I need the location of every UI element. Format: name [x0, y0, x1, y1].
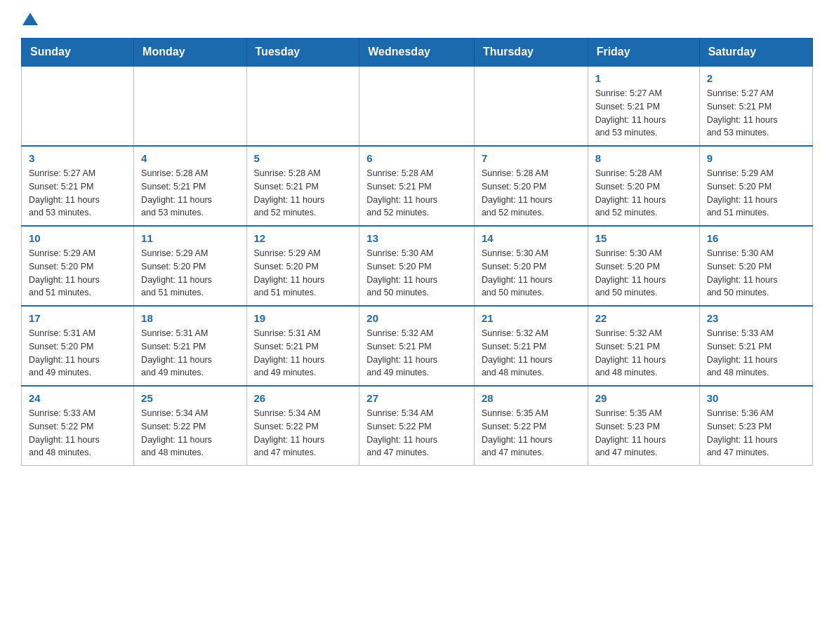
day-info: Sunrise: 5:30 AMSunset: 5:20 PMDaylight:… — [595, 247, 692, 300]
day-info: Sunrise: 5:32 AMSunset: 5:21 PMDaylight:… — [366, 327, 467, 380]
day-info: Sunrise: 5:31 AMSunset: 5:21 PMDaylight:… — [254, 327, 352, 380]
table-row: 22Sunrise: 5:32 AMSunset: 5:21 PMDayligh… — [588, 306, 699, 386]
day-number: 3 — [29, 152, 126, 164]
day-number: 25 — [141, 392, 239, 404]
day-info: Sunrise: 5:31 AMSunset: 5:21 PMDaylight:… — [141, 327, 239, 380]
day-info: Sunrise: 5:35 AMSunset: 5:23 PMDaylight:… — [595, 407, 692, 459]
day-info: Sunrise: 5:32 AMSunset: 5:21 PMDaylight:… — [595, 327, 692, 380]
day-info: Sunrise: 5:34 AMSunset: 5:22 PMDaylight:… — [254, 407, 352, 459]
header-wednesday: Wednesday — [359, 39, 475, 67]
day-number: 20 — [366, 312, 467, 324]
day-info: Sunrise: 5:27 AMSunset: 5:21 PMDaylight:… — [29, 167, 126, 220]
day-number: 11 — [141, 232, 239, 244]
day-info: Sunrise: 5:30 AMSunset: 5:20 PMDaylight:… — [366, 247, 467, 300]
table-row: 13Sunrise: 5:30 AMSunset: 5:20 PMDayligh… — [359, 226, 475, 306]
table-row: 25Sunrise: 5:34 AMSunset: 5:22 PMDayligh… — [134, 386, 246, 466]
table-row: 7Sunrise: 5:28 AMSunset: 5:20 PMDaylight… — [474, 146, 588, 226]
table-row — [22, 66, 134, 146]
day-info: Sunrise: 5:29 AMSunset: 5:20 PMDaylight:… — [29, 247, 126, 300]
page-header — [21, 14, 813, 24]
table-row — [359, 66, 475, 146]
day-info: Sunrise: 5:27 AMSunset: 5:21 PMDaylight:… — [595, 87, 692, 140]
table-row: 9Sunrise: 5:29 AMSunset: 5:20 PMDaylight… — [699, 146, 812, 226]
day-number: 30 — [707, 392, 805, 404]
table-row: 24Sunrise: 5:33 AMSunset: 5:22 PMDayligh… — [22, 386, 134, 466]
day-info: Sunrise: 5:30 AMSunset: 5:20 PMDaylight:… — [707, 247, 805, 300]
table-row: 6Sunrise: 5:28 AMSunset: 5:21 PMDaylight… — [359, 146, 475, 226]
table-row: 23Sunrise: 5:33 AMSunset: 5:21 PMDayligh… — [699, 306, 812, 386]
day-info: Sunrise: 5:29 AMSunset: 5:20 PMDaylight:… — [707, 167, 805, 220]
day-number: 4 — [141, 152, 239, 164]
day-info: Sunrise: 5:28 AMSunset: 5:21 PMDaylight:… — [254, 167, 352, 220]
header-friday: Friday — [588, 39, 699, 67]
day-number: 10 — [29, 232, 126, 244]
table-row — [134, 66, 246, 146]
weekday-header-row: Sunday Monday Tuesday Wednesday Thursday… — [22, 39, 813, 67]
day-info: Sunrise: 5:34 AMSunset: 5:22 PMDaylight:… — [366, 407, 467, 459]
day-number: 21 — [482, 312, 581, 324]
day-number: 15 — [595, 232, 692, 244]
day-number: 13 — [366, 232, 467, 244]
table-row: 8Sunrise: 5:28 AMSunset: 5:20 PMDaylight… — [588, 146, 699, 226]
table-row: 10Sunrise: 5:29 AMSunset: 5:20 PMDayligh… — [22, 226, 134, 306]
table-row: 3Sunrise: 5:27 AMSunset: 5:21 PMDaylight… — [22, 146, 134, 226]
table-row — [474, 66, 588, 146]
day-number: 28 — [482, 392, 581, 404]
week-row-3: 10Sunrise: 5:29 AMSunset: 5:20 PMDayligh… — [22, 226, 813, 306]
day-info: Sunrise: 5:29 AMSunset: 5:20 PMDaylight:… — [141, 247, 239, 300]
table-row: 18Sunrise: 5:31 AMSunset: 5:21 PMDayligh… — [134, 306, 246, 386]
week-row-1: 1Sunrise: 5:27 AMSunset: 5:21 PMDaylight… — [22, 66, 813, 146]
day-info: Sunrise: 5:28 AMSunset: 5:21 PMDaylight:… — [141, 167, 239, 220]
day-info: Sunrise: 5:33 AMSunset: 5:22 PMDaylight:… — [29, 407, 126, 459]
table-row: 2Sunrise: 5:27 AMSunset: 5:21 PMDaylight… — [699, 66, 812, 146]
week-row-2: 3Sunrise: 5:27 AMSunset: 5:21 PMDaylight… — [22, 146, 813, 226]
day-number: 2 — [707, 72, 805, 84]
table-row: 30Sunrise: 5:36 AMSunset: 5:23 PMDayligh… — [699, 386, 812, 466]
day-info: Sunrise: 5:27 AMSunset: 5:21 PMDaylight:… — [707, 87, 805, 140]
day-number: 9 — [707, 152, 805, 164]
day-info: Sunrise: 5:28 AMSunset: 5:20 PMDaylight:… — [595, 167, 692, 220]
day-number: 29 — [595, 392, 692, 404]
table-row: 20Sunrise: 5:32 AMSunset: 5:21 PMDayligh… — [359, 306, 475, 386]
day-info: Sunrise: 5:31 AMSunset: 5:20 PMDaylight:… — [29, 327, 126, 380]
day-number: 22 — [595, 312, 692, 324]
table-row: 5Sunrise: 5:28 AMSunset: 5:21 PMDaylight… — [246, 146, 359, 226]
table-row: 17Sunrise: 5:31 AMSunset: 5:20 PMDayligh… — [22, 306, 134, 386]
header-tuesday: Tuesday — [246, 39, 359, 67]
table-row: 1Sunrise: 5:27 AMSunset: 5:21 PMDaylight… — [588, 66, 699, 146]
day-number: 17 — [29, 312, 126, 324]
header-saturday: Saturday — [699, 39, 812, 67]
day-number: 14 — [482, 232, 581, 244]
day-number: 6 — [366, 152, 467, 164]
day-number: 27 — [366, 392, 467, 404]
table-row: 14Sunrise: 5:30 AMSunset: 5:20 PMDayligh… — [474, 226, 588, 306]
day-number: 16 — [707, 232, 805, 244]
week-row-5: 24Sunrise: 5:33 AMSunset: 5:22 PMDayligh… — [22, 386, 813, 466]
day-info: Sunrise: 5:28 AMSunset: 5:20 PMDaylight:… — [482, 167, 581, 220]
table-row: 12Sunrise: 5:29 AMSunset: 5:20 PMDayligh… — [246, 226, 359, 306]
day-info: Sunrise: 5:33 AMSunset: 5:21 PMDaylight:… — [707, 327, 805, 380]
day-info: Sunrise: 5:32 AMSunset: 5:21 PMDaylight:… — [482, 327, 581, 380]
table-row: 28Sunrise: 5:35 AMSunset: 5:22 PMDayligh… — [474, 386, 588, 466]
day-info: Sunrise: 5:35 AMSunset: 5:22 PMDaylight:… — [482, 407, 581, 459]
table-row: 4Sunrise: 5:28 AMSunset: 5:21 PMDaylight… — [134, 146, 246, 226]
table-row: 26Sunrise: 5:34 AMSunset: 5:22 PMDayligh… — [246, 386, 359, 466]
day-info: Sunrise: 5:34 AMSunset: 5:22 PMDaylight:… — [141, 407, 239, 459]
table-row: 11Sunrise: 5:29 AMSunset: 5:20 PMDayligh… — [134, 226, 246, 306]
day-info: Sunrise: 5:28 AMSunset: 5:21 PMDaylight:… — [366, 167, 467, 220]
day-number: 8 — [595, 152, 692, 164]
day-info: Sunrise: 5:30 AMSunset: 5:20 PMDaylight:… — [482, 247, 581, 300]
table-row: 15Sunrise: 5:30 AMSunset: 5:20 PMDayligh… — [588, 226, 699, 306]
header-thursday: Thursday — [474, 39, 588, 67]
day-info: Sunrise: 5:36 AMSunset: 5:23 PMDaylight:… — [707, 407, 805, 459]
table-row: 29Sunrise: 5:35 AMSunset: 5:23 PMDayligh… — [588, 386, 699, 466]
day-number: 18 — [141, 312, 239, 324]
logo — [21, 14, 38, 24]
day-number: 1 — [595, 72, 692, 84]
logo-arrow-icon — [22, 11, 38, 27]
day-number: 5 — [254, 152, 352, 164]
day-number: 12 — [254, 232, 352, 244]
week-row-4: 17Sunrise: 5:31 AMSunset: 5:20 PMDayligh… — [22, 306, 813, 386]
header-sunday: Sunday — [22, 39, 134, 67]
table-row — [246, 66, 359, 146]
